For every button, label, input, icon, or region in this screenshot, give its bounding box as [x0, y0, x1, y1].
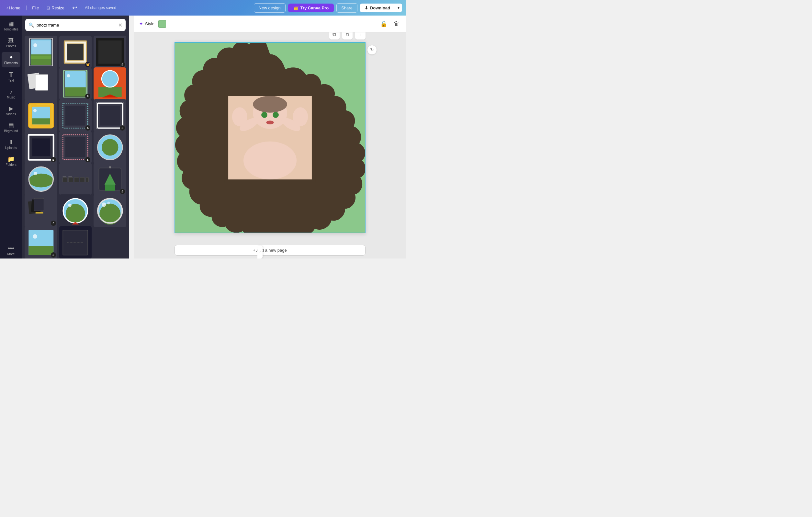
- frame-thumb-11[interactable]: £: [59, 131, 92, 164]
- sidebar-item-videos[interactable]: ▶ Videos: [2, 103, 20, 118]
- resize-button[interactable]: ⊡ Resize: [44, 4, 67, 12]
- frame-thumb-18[interactable]: [93, 194, 126, 227]
- icon-nav: ▦ Templates 🖼 Photos ✦ Elements T Text ♪…: [0, 16, 22, 258]
- free-badge-11: £: [85, 157, 90, 162]
- frame-thumb-7[interactable]: [25, 99, 57, 132]
- add-new-page-button[interactable]: + Add a new page: [175, 245, 366, 255]
- svg-rect-34: [65, 137, 85, 158]
- sidebar-item-folders[interactable]: 📁 Folders: [2, 154, 20, 169]
- frame-thumb-1[interactable]: [25, 36, 57, 69]
- frame-svg-6: [96, 70, 124, 98]
- frame-thumb-8[interactable]: £: [59, 99, 92, 132]
- mouth: [266, 120, 273, 125]
- try-pro-button[interactable]: 👑 Try Canva Pro: [288, 4, 334, 12]
- duplicate-page-button[interactable]: ⧈: [342, 32, 353, 39]
- canvas-scroll[interactable]: ⧉ ⧈ +: [134, 32, 406, 242]
- frame-thumb-10[interactable]: £: [25, 131, 57, 164]
- frame-thumb-15[interactable]: £: [93, 163, 126, 195]
- more-icon: •••: [8, 246, 14, 251]
- results-grid: 👑 £: [22, 34, 129, 258]
- frame-svg-20: [61, 229, 89, 256]
- free-badge-16: £: [51, 221, 56, 226]
- frame-thumb-20[interactable]: [59, 226, 92, 258]
- svg-point-62: [68, 203, 71, 207]
- search-clear-button[interactable]: ✕: [118, 22, 122, 28]
- lock-button[interactable]: 🔒: [379, 19, 388, 29]
- frame-thumb-19[interactable]: £: [25, 226, 57, 258]
- copy-page-button[interactable]: ⧉: [329, 32, 340, 39]
- templates-icon: ▦: [8, 21, 14, 27]
- frame-svg-8: [61, 102, 89, 130]
- frame-thumb-3[interactable]: £: [93, 36, 126, 69]
- sidebar-item-text[interactable]: T Text: [2, 69, 20, 85]
- search-input[interactable]: [36, 23, 116, 28]
- frame-svg-13: [27, 165, 55, 193]
- sidebar-item-more[interactable]: ••• More: [2, 243, 20, 258]
- svg-rect-43: [69, 177, 73, 182]
- videos-icon: ▶: [9, 106, 13, 111]
- download-dropdown-button[interactable]: ▾: [395, 4, 402, 12]
- uploads-label: Uploads: [5, 146, 17, 149]
- frame-svg-7: [27, 102, 55, 130]
- frame-svg-1: [27, 38, 55, 66]
- frame-thumb-4[interactable]: [25, 67, 57, 100]
- frame-svg-18: [96, 197, 124, 225]
- color-swatch[interactable]: [158, 20, 166, 28]
- more-label: More: [7, 252, 15, 256]
- style-sparkle-icon: ✦: [139, 21, 143, 27]
- sidebar-item-photos[interactable]: 🖼 Photos: [2, 35, 20, 51]
- frame-svg-10: [27, 133, 55, 161]
- templates-label: Templates: [4, 28, 19, 31]
- frame-svg-19: [27, 229, 55, 256]
- elements-panel: 🔍 ✕ 👑: [22, 16, 129, 258]
- back-icon: ‹: [6, 5, 8, 10]
- download-button[interactable]: ⬇ Download: [360, 4, 395, 12]
- svg-rect-30: [100, 106, 120, 126]
- frame-thumb-16[interactable]: £: [25, 194, 57, 227]
- svg-point-41: [34, 172, 37, 175]
- delete-button[interactable]: 🗑: [393, 19, 401, 28]
- frame-svg-5: [61, 70, 89, 98]
- free-badge-3: £: [120, 62, 125, 67]
- frame-svg-3: [96, 38, 124, 66]
- svg-point-70: [33, 234, 37, 239]
- frame-thumb-2[interactable]: 👑: [59, 36, 92, 69]
- style-bar-right: 🔒 🗑: [379, 19, 401, 29]
- sidebar-item-templates[interactable]: ▦ Templates: [2, 18, 20, 34]
- search-icon: 🔍: [28, 22, 34, 28]
- canvas-refresh-button[interactable]: ↻: [368, 45, 377, 54]
- sidebar-item-music[interactable]: ♪ Music: [2, 86, 20, 102]
- file-button[interactable]: File: [29, 4, 41, 12]
- add-page-icon-button[interactable]: +: [355, 32, 366, 39]
- sidebar-item-bkground[interactable]: ▤ Bkground: [2, 120, 20, 135]
- frame-thumb-9[interactable]: £: [93, 99, 126, 132]
- frame-svg-11: [61, 133, 89, 161]
- frame-thumb-17[interactable]: [59, 194, 92, 227]
- free-badge-9: £: [120, 125, 125, 131]
- frame-thumb-5[interactable]: £: [59, 67, 92, 100]
- text-icon: T: [9, 71, 13, 78]
- sidebar-item-elements[interactable]: ✦ Elements: [2, 52, 20, 67]
- sidebar-item-uploads[interactable]: ⬆ Uploads: [2, 137, 20, 152]
- pro-badge-2: 👑: [85, 62, 90, 67]
- music-label: Music: [7, 96, 15, 99]
- svg-rect-51: [105, 185, 115, 190]
- svg-rect-9: [98, 40, 122, 63]
- frame-thumb-6[interactable]: [93, 67, 126, 100]
- svg-rect-27: [65, 106, 85, 126]
- frame-thumb-14[interactable]: [59, 163, 92, 195]
- frame-thumb-13[interactable]: [25, 163, 57, 195]
- undo-button[interactable]: ↩: [69, 3, 80, 12]
- svg-rect-44: [74, 177, 79, 182]
- home-button[interactable]: ‹ Home: [4, 4, 23, 12]
- hide-panel-icon: ‹: [259, 250, 261, 254]
- new-design-button[interactable]: New design: [254, 3, 286, 12]
- videos-label: Videos: [6, 112, 16, 116]
- canvas-area: ✦ Style 🔒 🗑 ⧉ ⧈ +: [134, 16, 406, 258]
- panel-hide-button[interactable]: ‹: [257, 246, 263, 258]
- svg-point-36: [102, 139, 118, 156]
- elements-label: Elements: [4, 61, 18, 65]
- share-button[interactable]: Share: [337, 3, 357, 12]
- frame-thumb-12[interactable]: [93, 131, 126, 164]
- canvas-page[interactable]: ↻: [175, 42, 366, 233]
